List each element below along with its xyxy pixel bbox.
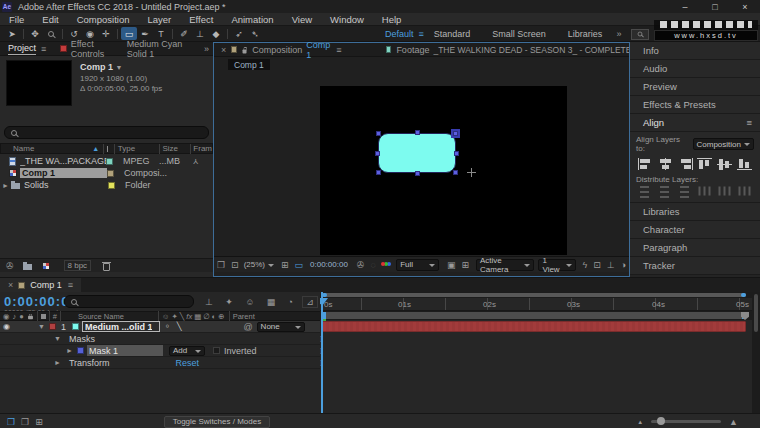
- sort-ascending-icon[interactable]: ▲: [92, 145, 99, 152]
- layer-name-box[interactable]: Medium ...olid 1: [82, 321, 160, 332]
- timeline-panel-menu-icon[interactable]: ≡: [68, 280, 73, 290]
- menu-effect[interactable]: Effect: [180, 14, 222, 25]
- timeline-tab[interactable]: × Comp 1 ≡: [0, 278, 81, 292]
- menu-composition[interactable]: Composition: [68, 14, 139, 25]
- align-right-icon[interactable]: [678, 158, 693, 170]
- resolution-dropdown[interactable]: Full: [396, 259, 439, 271]
- motion-blur-switch-icon[interactable]: ∅: [203, 312, 210, 321]
- distribute-right-icon[interactable]: [738, 185, 750, 200]
- disclosure-triangle-icon[interactable]: ►: [2, 182, 9, 189]
- menu-window[interactable]: Window: [321, 14, 373, 25]
- expand-in-out-panes-icon[interactable]: ⊞: [32, 417, 46, 427]
- video-column-icon[interactable]: ◉: [3, 312, 10, 321]
- tab-composition-name[interactable]: Comp 1: [306, 40, 330, 60]
- panel-preview[interactable]: Preview: [630, 78, 760, 96]
- timeline-zoom-slider[interactable]: [651, 420, 721, 423]
- layer-row-1[interactable]: ◉ ▼ 1 Medium ...olid 1 ⚬ ╲ @ None: [0, 321, 320, 333]
- project-panel-menu-icon[interactable]: ≡: [41, 44, 46, 54]
- distribute-bottom-icon[interactable]: [678, 186, 693, 198]
- eye-icon[interactable]: ◉: [3, 322, 10, 331]
- mini-timeline-icon[interactable]: ⊡: [590, 260, 604, 270]
- panel-align-header[interactable]: Align ≡: [630, 114, 760, 132]
- column-name[interactable]: Name: [13, 144, 34, 153]
- table-row-footage[interactable]: _THE WA...PACKAGE.mp4 MPEG ...MB Y: [0, 155, 213, 167]
- tab-composition[interactable]: Composition: [252, 45, 302, 55]
- lock-column-icon[interactable]: [28, 316, 33, 320]
- transform-reset-link[interactable]: Reset: [176, 358, 200, 368]
- workspace-menu-icon[interactable]: ≡: [419, 29, 424, 39]
- shape-handle[interactable]: [415, 130, 420, 135]
- workspace-tab-default[interactable]: Default: [385, 29, 414, 39]
- trash-icon[interactable]: [103, 263, 110, 271]
- shape-handle[interactable]: [454, 151, 459, 156]
- frame-blend-icon[interactable]: ▦: [264, 297, 279, 307]
- shape-handle[interactable]: [376, 131, 381, 136]
- workspace-tab-standard[interactable]: Standard: [434, 29, 471, 39]
- collapse-switch-icon[interactable]: ✦: [172, 312, 178, 321]
- tab-effect-controls[interactable]: Effect Controls: [71, 39, 124, 59]
- panel-tracker[interactable]: Tracker: [630, 257, 760, 275]
- align-top-icon[interactable]: [697, 158, 712, 170]
- transform-disclosure-icon[interactable]: ►: [54, 359, 61, 366]
- timeline-v-scrollbar[interactable]: [752, 292, 760, 413]
- project-search-input[interactable]: [4, 126, 209, 139]
- parent-column[interactable]: Parent: [233, 312, 255, 321]
- audio-column-icon[interactable]: ♪: [13, 312, 17, 321]
- viewer-tab-comp1[interactable]: Comp 1: [228, 59, 270, 70]
- transform-row[interactable]: ► Transform Reset: [0, 357, 320, 369]
- project-tabs-overflow-chevron[interactable]: »: [204, 44, 209, 54]
- panel-paragraph[interactable]: Paragraph: [630, 239, 760, 257]
- mask-visibility-icon[interactable]: ⊞: [458, 260, 472, 270]
- close-button[interactable]: ×: [730, 2, 760, 12]
- table-row-solids[interactable]: ► Solids Folder: [0, 179, 213, 191]
- composition-viewport[interactable]: [320, 86, 567, 255]
- table-row-comp[interactable]: Comp 1 Composi...: [0, 167, 213, 179]
- motion-blur-icon[interactable]: ◔: [285, 297, 296, 307]
- lock-icon[interactable]: [243, 49, 247, 53]
- shape-handle[interactable]: [415, 171, 420, 176]
- panel-character[interactable]: Character: [630, 221, 760, 239]
- masks-disclosure-icon[interactable]: ▼: [54, 335, 61, 342]
- close-tab-icon[interactable]: ×: [221, 45, 226, 55]
- maximize-button[interactable]: □: [700, 2, 730, 12]
- layer-quality-icon[interactable]: ╲: [177, 322, 182, 331]
- new-composition-icon[interactable]: [42, 262, 50, 270]
- mask-disclosure-icon[interactable]: ►: [66, 347, 73, 354]
- mask-mode-dropdown[interactable]: Add: [169, 346, 205, 356]
- main-monitor-icon[interactable]: ⊡: [228, 260, 242, 270]
- adjustment-switch-icon[interactable]: ◐: [212, 312, 217, 321]
- eraser-tool-icon[interactable]: ◆: [208, 27, 224, 40]
- align-horizontal-center-icon[interactable]: [658, 158, 673, 170]
- label-color-chip[interactable]: [106, 158, 113, 165]
- align-vertical-center-icon[interactable]: [717, 158, 732, 170]
- magnification-dropdown[interactable]: (25%): [244, 260, 274, 269]
- mask-color-swatch[interactable]: [77, 347, 84, 354]
- parent-pickwhip-icon[interactable]: @: [243, 322, 252, 332]
- workspace-tab-small-screen[interactable]: Small Screen: [492, 29, 546, 39]
- timeline-search-input[interactable]: [64, 295, 194, 308]
- preview-caret-icon[interactable]: ▼: [116, 64, 123, 71]
- parent-dropdown[interactable]: None: [257, 322, 305, 332]
- layer-number-column[interactable]: #: [53, 312, 57, 321]
- roto-brush-tool-icon[interactable]: ➶: [231, 27, 247, 40]
- menu-layer[interactable]: Layer: [139, 14, 181, 25]
- interpret-footage-icon[interactable]: ✇: [3, 261, 17, 271]
- quality-switch-icon[interactable]: ╲: [180, 312, 185, 321]
- layer-disclosure-icon[interactable]: ▼: [38, 323, 45, 330]
- exposure-icon[interactable]: ◑: [618, 260, 629, 270]
- source-name-column[interactable]: Source Name: [78, 312, 124, 321]
- mask-name-cell[interactable]: Mask 1: [87, 345, 163, 356]
- show-snapshot-icon[interactable]: ◌: [367, 260, 378, 270]
- shape-handle[interactable]: [376, 170, 381, 175]
- item-name[interactable]: Solids: [24, 180, 108, 190]
- work-area-bar[interactable]: [320, 311, 752, 320]
- mask-row[interactable]: ► Mask 1 Add Inverted: [0, 345, 320, 357]
- bit-depth-button[interactable]: 8 bpc: [64, 260, 92, 271]
- tab-footage[interactable]: Footage: [396, 45, 429, 55]
- zoom-out-mountain-icon[interactable]: ▲: [637, 419, 643, 425]
- comp-flowchart-icon[interactable]: ⊥: [604, 260, 618, 270]
- zoom-in-mountain-icon[interactable]: ▲: [729, 417, 738, 427]
- inverted-checkbox[interactable]: [213, 347, 220, 354]
- draft-3d-icon[interactable]: ✦: [222, 297, 236, 307]
- region-of-interest-icon[interactable]: ▭: [292, 260, 307, 270]
